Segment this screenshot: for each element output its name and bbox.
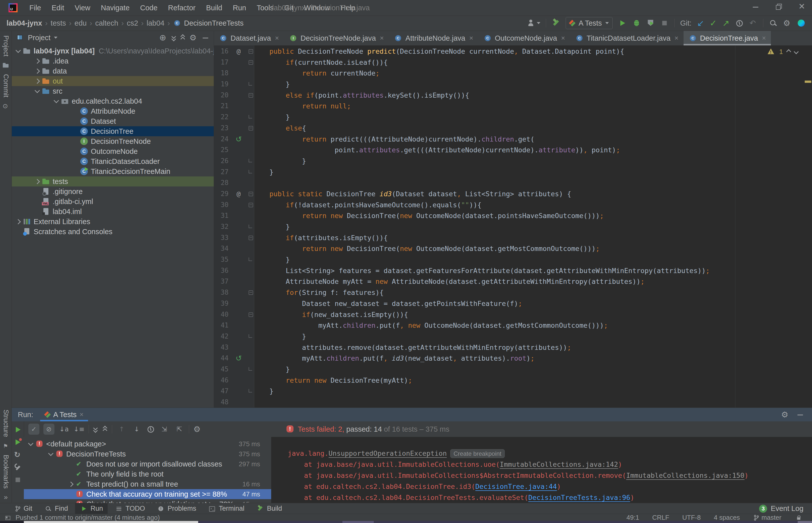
close-tab-icon[interactable]: ×: [380, 34, 384, 42]
create-breakpoint-chip[interactable]: Create breakpoint: [450, 449, 505, 458]
project-tree-row[interactable]: .idea: [12, 56, 214, 66]
toolwindow-button-build[interactable]: Build: [251, 503, 287, 514]
inspections-widget[interactable]: 1: [767, 48, 798, 56]
recursive-call-icon[interactable]: ↺: [236, 134, 242, 145]
restore-icon[interactable]: [774, 2, 783, 11]
menu-view[interactable]: View: [70, 4, 96, 12]
tab-TitanicDatasetLoader.java[interactable]: TitanicDatasetLoader.java×: [570, 31, 684, 46]
sort-by-duration-icon[interactable]: ↓≡: [74, 423, 85, 435]
run-panel-settings-icon[interactable]: [781, 410, 789, 419]
bookmarks-flag-icon[interactable]: [2, 443, 10, 450]
next-warning-icon[interactable]: [794, 49, 799, 54]
project-tree-row[interactable]: OutcomeNode: [12, 146, 214, 156]
caret-position[interactable]: 49:1: [626, 514, 639, 522]
minimize-icon[interactable]: [751, 2, 760, 11]
test-options-icon[interactable]: [193, 425, 202, 433]
git-push-icon[interactable]: ↗: [722, 18, 730, 28]
import-test-results-icon[interactable]: ⇲: [159, 423, 170, 435]
fold-marker-icon[interactable]: [248, 82, 252, 86]
project-tree-row[interactable]: DecisionTree: [12, 126, 214, 136]
tab-Dataset.java[interactable]: Dataset.java×: [214, 31, 284, 46]
more-tool-windows-button[interactable]: »: [0, 493, 12, 501]
show-ignored-toggle[interactable]: ⊘: [43, 423, 54, 435]
project-tree-row[interactable]: .gitlab-ci.yml: [12, 197, 214, 206]
breadcrumb-item[interactable]: caltech: [95, 19, 118, 28]
menu-edit[interactable]: Edit: [47, 4, 70, 12]
fold-marker-icon[interactable]: [248, 126, 253, 130]
breadcrumb-item[interactable]: cs2: [127, 19, 138, 28]
locate-file-icon[interactable]: [159, 33, 168, 42]
tab-OutcomeNode.java[interactable]: OutcomeNode.java×: [478, 31, 570, 46]
project-tree-row[interactable]: TitanicDecisionTreeMain: [12, 166, 214, 176]
stop-button[interactable]: [660, 19, 669, 28]
toolwindow-button-todo[interactable]: TODO: [110, 503, 150, 514]
project-tree-row[interactable]: lab04-jynx [lab04]C:\Users\navya\IdeaPro…: [12, 46, 214, 56]
project-tree-row[interactable]: data: [12, 66, 214, 76]
project-tree-row[interactable]: lab04.iml: [12, 206, 214, 217]
fold-marker-icon[interactable]: [248, 389, 252, 393]
chevron-down-icon[interactable]: [28, 440, 33, 446]
sidebar-item-commit[interactable]: Commit: [2, 74, 10, 97]
menu-navigate[interactable]: Navigate: [96, 4, 135, 12]
project-tree-row[interactable]: Dataset: [12, 116, 214, 126]
search-everywhere-icon[interactable]: [769, 19, 777, 28]
toolwindow-button-run[interactable]: Run: [75, 503, 108, 514]
tab-DecisionTreeNode.java[interactable]: DecisionTreeNode.java×: [284, 31, 389, 46]
stack-trace-link[interactable]: ImmutableCollections.java:142: [500, 461, 618, 469]
chevron-right-icon[interactable]: [35, 58, 40, 64]
menu-run[interactable]: Run: [227, 4, 251, 12]
sort-alphabetically-icon[interactable]: ↓a: [58, 423, 70, 435]
coverage-button[interactable]: [646, 19, 655, 28]
project-tree-row[interactable]: External Libraries: [12, 217, 214, 227]
git-update-icon[interactable]: ↙: [697, 18, 704, 28]
debug-button[interactable]: [632, 19, 641, 28]
project-tree-row[interactable]: tests: [12, 176, 214, 186]
run-configuration-select[interactable]: A Tests: [566, 17, 613, 29]
breadcrumb-item[interactable]: DecisionTreeTests: [173, 19, 243, 28]
fold-marker-icon[interactable]: [248, 115, 252, 119]
event-log-button[interactable]: Event Log: [771, 504, 804, 513]
tab-DecisionTree.java[interactable]: DecisionTree.java×: [684, 31, 771, 46]
close-tab-icon[interactable]: ×: [762, 34, 766, 42]
sidebar-item-bookmarks[interactable]: Bookmarks: [2, 455, 10, 489]
project-tree-row[interactable]: .gitignore: [12, 186, 214, 197]
fold-marker-icon[interactable]: [248, 49, 253, 54]
indent-size[interactable]: 4 spaces: [714, 514, 740, 522]
expand-all-icon[interactable]: [171, 34, 177, 41]
chevron-down-icon[interactable]: [54, 37, 57, 39]
breadcrumb-item[interactable]: lab04-jynx: [6, 19, 42, 28]
fold-marker-icon[interactable]: [248, 224, 252, 228]
test-settings-icon[interactable]: [14, 463, 22, 472]
stop-process-button[interactable]: [14, 475, 22, 484]
history-icon[interactable]: [735, 19, 743, 28]
run-button[interactable]: [618, 19, 627, 28]
fold-marker-icon[interactable]: [248, 93, 253, 97]
build-hammer-icon[interactable]: [552, 19, 560, 28]
user-menu-button[interactable]: [527, 19, 540, 28]
close-icon[interactable]: [797, 2, 806, 11]
settings-icon[interactable]: [783, 19, 791, 28]
chevron-right-icon[interactable]: [68, 481, 74, 487]
project-panel-title[interactable]: Project: [28, 34, 51, 42]
stack-trace-link[interactable]: UnsupportedOperationException: [329, 449, 447, 458]
fold-marker-icon[interactable]: [248, 60, 253, 65]
project-tree-row[interactable]: TitanicDatasetLoader: [12, 156, 214, 166]
chevron-down-icon[interactable]: [48, 450, 53, 456]
collapse-all-icon[interactable]: [180, 34, 186, 41]
project-tree-row[interactable]: edu.caltech.cs2.lab04: [12, 96, 214, 106]
run-tab[interactable]: A Tests ×: [40, 408, 88, 421]
chevron-right-icon[interactable]: [35, 78, 40, 84]
close-tab-icon[interactable]: ×: [79, 411, 84, 419]
menu-code[interactable]: Code: [135, 4, 163, 12]
fold-marker-icon[interactable]: [248, 334, 252, 338]
git-commit-icon[interactable]: ✓: [710, 18, 717, 28]
show-passed-toggle[interactable]: ✓: [29, 423, 39, 435]
git-branch-widget[interactable]: master: [753, 514, 781, 522]
test-tree-row[interactable]: The only field is the root: [24, 469, 271, 479]
close-tab-icon[interactable]: ×: [675, 34, 679, 42]
previous-occurrence-icon[interactable]: ↑: [116, 423, 127, 435]
export-test-results-icon[interactable]: ⇱: [174, 423, 185, 435]
hide-panel-icon[interactable]: [201, 33, 210, 42]
menu-refactor[interactable]: Refactor: [163, 4, 201, 12]
fold-marker-icon[interactable]: [248, 192, 253, 196]
